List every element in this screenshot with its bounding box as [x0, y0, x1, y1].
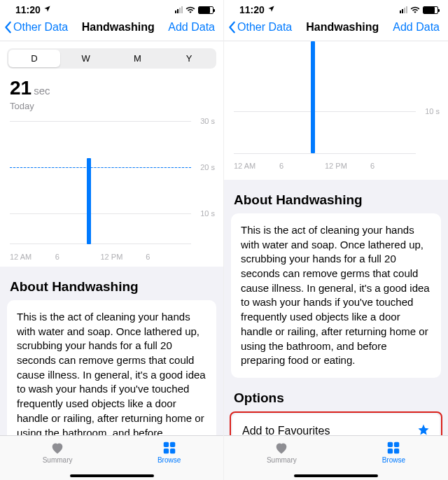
chart-xlabel: 6	[55, 253, 101, 261]
page-title: Handwashing	[306, 21, 379, 34]
location-icon	[267, 5, 275, 15]
chart-xlabel: 6	[279, 162, 325, 170]
page-title: Handwashing	[82, 21, 155, 34]
chart-ylabel: 10 s	[425, 107, 440, 115]
chart-reference-line	[10, 167, 191, 168]
chart-xlabel: 6	[370, 162, 416, 170]
wifi-icon	[186, 4, 195, 15]
chart-xlabel: 12 AM	[10, 253, 55, 261]
chart-xlabel: 12 PM	[325, 162, 370, 170]
segment-month[interactable]: M	[112, 50, 164, 67]
nav-header: Other Data Handwashing Add Data	[224, 15, 448, 41]
svg-rect-7	[394, 449, 399, 453]
highlight-box: Add to Favourites	[230, 411, 442, 435]
add-data-button[interactable]: Add Data	[393, 21, 440, 34]
status-time: 11:20	[239, 4, 265, 15]
svg-rect-2	[163, 449, 168, 453]
svg-rect-4	[388, 442, 393, 447]
nav-header: Other Data Handwashing Add Data	[0, 15, 223, 41]
time-range-segmented[interactable]: D W M Y	[7, 48, 216, 69]
chart-x-axis: 12 AM 6 12 PM 6	[234, 162, 416, 170]
back-button[interactable]: Other Data	[228, 21, 292, 34]
status-bar: 11:20	[224, 0, 448, 15]
signal-icon	[400, 6, 407, 13]
star-icon	[417, 423, 430, 435]
chart: 10 s 12 AM 6 12 PM 6	[234, 41, 440, 174]
home-indicator[interactable]	[70, 474, 154, 477]
tab-summary[interactable]: Summary	[43, 440, 73, 464]
signal-icon	[175, 6, 183, 13]
chart-ylabel: 30 s	[200, 117, 215, 125]
about-heading: About Handwashing	[224, 180, 448, 213]
chart: 30 s 20 s 10 s 12 AM 6 12 PM 6	[10, 121, 215, 261]
about-body: This is the act of cleaning your hands w…	[7, 300, 216, 435]
status-bar: 11:20	[0, 0, 223, 15]
tab-bar: Summary Browse	[224, 435, 448, 480]
location-icon	[43, 5, 51, 15]
segment-day[interactable]: D	[8, 50, 60, 67]
status-time: 11:20	[15, 4, 41, 15]
about-body: This is the act of cleaning your hands w…	[231, 213, 441, 378]
segment-week[interactable]: W	[60, 50, 112, 67]
svg-rect-3	[170, 449, 175, 453]
svg-rect-5	[394, 442, 399, 447]
add-to-favourites-row[interactable]: Add to Favourites	[232, 414, 440, 435]
value-sublabel: Today	[10, 101, 215, 111]
about-heading: About Handwashing	[0, 267, 223, 300]
value-unit: sec	[34, 85, 50, 97]
value-number: 21	[10, 77, 31, 99]
add-data-button[interactable]: Add Data	[168, 21, 215, 34]
svg-rect-0	[163, 442, 168, 447]
back-button[interactable]: Other Data	[4, 21, 68, 34]
battery-icon	[423, 6, 438, 14]
tab-summary[interactable]: Summary	[267, 440, 297, 464]
svg-rect-6	[388, 449, 393, 453]
tab-label: Summary	[267, 456, 297, 464]
row-label: Add to Favourites	[242, 425, 330, 435]
chart-ylabel: 10 s	[200, 209, 215, 218]
home-indicator[interactable]	[294, 474, 378, 477]
tab-bar: Summary Browse	[0, 435, 223, 480]
svg-rect-1	[170, 442, 175, 447]
tab-browse[interactable]: Browse	[382, 440, 405, 464]
chart-xlabel: 12 AM	[234, 162, 279, 170]
tab-label: Browse	[382, 456, 405, 464]
chart-ylabel: 20 s	[200, 163, 215, 171]
back-label: Other Data	[237, 21, 292, 34]
tab-label: Browse	[158, 456, 181, 464]
wifi-icon	[410, 4, 420, 15]
tab-browse[interactable]: Browse	[158, 440, 181, 464]
chart-xlabel: 12 PM	[101, 253, 146, 261]
value-display: 21 sec	[10, 77, 215, 99]
back-label: Other Data	[13, 21, 68, 34]
chart-bar	[87, 158, 91, 244]
battery-icon	[198, 6, 214, 14]
chart-bar	[311, 41, 315, 153]
chart-xlabel: 6	[146, 253, 191, 261]
segment-year[interactable]: Y	[163, 50, 215, 67]
chart-x-axis: 12 AM 6 12 PM 6	[10, 253, 191, 261]
tab-label: Summary	[43, 456, 73, 464]
options-heading: Options	[224, 378, 448, 411]
